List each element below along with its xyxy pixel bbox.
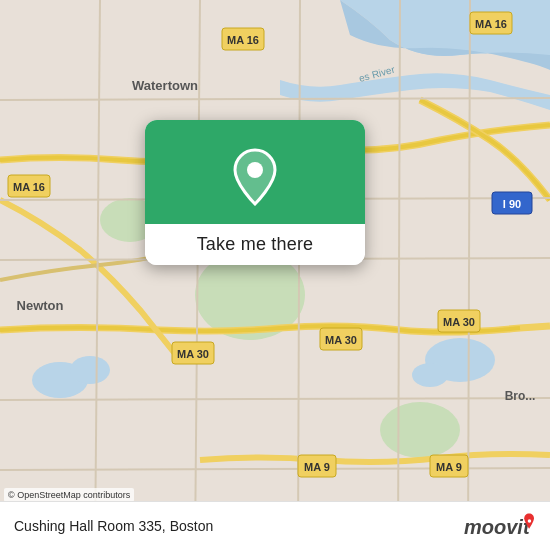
svg-text:MA 16: MA 16 <box>227 34 259 46</box>
svg-text:MA 30: MA 30 <box>325 334 357 346</box>
popup-header <box>145 120 365 224</box>
moovit-brand-icon: moovit <box>464 512 536 540</box>
svg-text:Bro...: Bro... <box>505 389 536 403</box>
svg-point-42 <box>528 519 532 523</box>
svg-text:MA 9: MA 9 <box>436 461 462 473</box>
svg-text:moovit: moovit <box>464 516 531 538</box>
map-container: MA 16 MA 16 MA 16 I 90 MA 30 MA 30 MA 30… <box>0 0 550 550</box>
svg-text:MA 30: MA 30 <box>177 348 209 360</box>
svg-point-40 <box>247 162 263 178</box>
svg-text:I 90: I 90 <box>503 198 521 210</box>
moovit-logo: moovit <box>464 512 536 540</box>
map-background: MA 16 MA 16 MA 16 I 90 MA 30 MA 30 MA 30… <box>0 0 550 550</box>
svg-text:MA 9: MA 9 <box>304 461 330 473</box>
svg-text:MA 16: MA 16 <box>13 181 45 193</box>
svg-point-4 <box>412 363 448 387</box>
location-pin-icon <box>231 148 279 206</box>
osm-attribution: © OpenStreetMap contributors <box>4 488 134 502</box>
location-popup: Take me there <box>145 120 365 265</box>
svg-point-2 <box>70 356 110 384</box>
bottom-bar: Cushing Hall Room 335, Boston moovit <box>0 501 550 550</box>
take-me-there-button[interactable]: Take me there <box>145 224 365 265</box>
svg-text:MA 16: MA 16 <box>475 18 507 30</box>
svg-text:Newton: Newton <box>17 298 64 313</box>
location-label: Cushing Hall Room 335, Boston <box>14 518 213 534</box>
svg-text:MA 30: MA 30 <box>443 316 475 328</box>
svg-point-7 <box>380 402 460 458</box>
svg-text:Watertown: Watertown <box>132 78 198 93</box>
